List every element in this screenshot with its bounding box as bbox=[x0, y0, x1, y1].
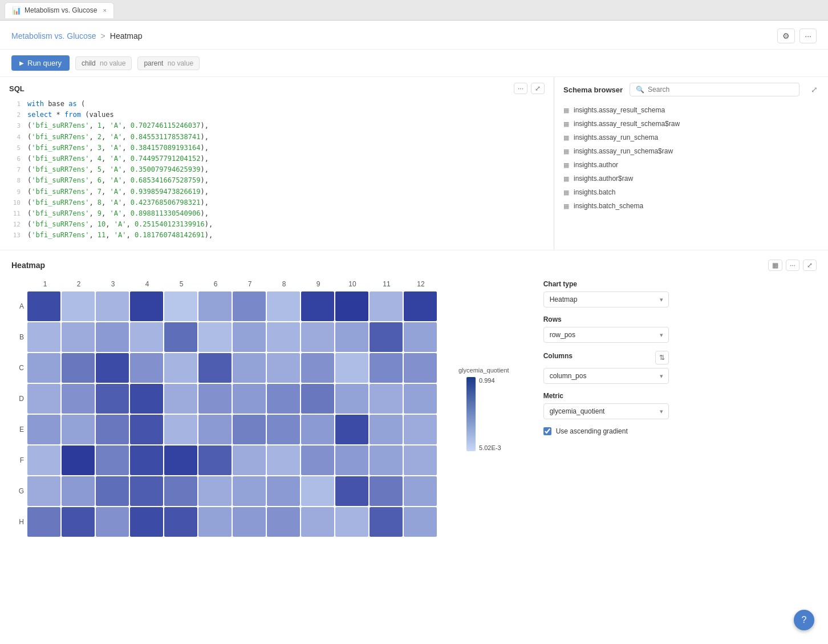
heatmap-cell[interactable] bbox=[267, 445, 300, 475]
metric-select[interactable]: glycemia_quotient bbox=[543, 403, 669, 419]
heatmap-cell[interactable] bbox=[267, 322, 300, 352]
heatmap-cell[interactable] bbox=[267, 291, 300, 321]
schema-item[interactable]: ▦ insights.assay_run_schema$raw bbox=[554, 144, 828, 158]
heatmap-cell[interactable] bbox=[335, 291, 368, 321]
heatmap-cell[interactable] bbox=[267, 415, 300, 444]
schema-search-box[interactable]: 🔍 bbox=[630, 83, 799, 96]
heatmap-cell[interactable] bbox=[62, 445, 95, 475]
heatmap-cell[interactable] bbox=[335, 476, 368, 506]
heatmap-cell[interactable] bbox=[370, 507, 403, 537]
heatmap-cell[interactable] bbox=[370, 384, 403, 414]
heatmap-cell[interactable] bbox=[267, 384, 300, 414]
heatmap-cell[interactable] bbox=[198, 291, 232, 321]
sql-editor[interactable]: 1 with base as ( 2 select * from (values… bbox=[0, 99, 554, 250]
heatmap-cell[interactable] bbox=[27, 476, 60, 506]
chart-type-select-wrapper[interactable]: Heatmap bbox=[543, 291, 669, 307]
columns-select[interactable]: column_pos bbox=[543, 368, 669, 384]
heatmap-cell[interactable] bbox=[233, 353, 266, 383]
heatmap-cell[interactable] bbox=[233, 445, 266, 475]
heatmap-cell[interactable] bbox=[370, 445, 403, 475]
heatmap-cell[interactable] bbox=[130, 445, 163, 475]
heatmap-cell[interactable] bbox=[404, 415, 437, 444]
heatmap-cell[interactable] bbox=[301, 507, 334, 537]
heatmap-cell[interactable] bbox=[198, 415, 232, 444]
heatmap-cell[interactable] bbox=[164, 384, 197, 414]
heatmap-cell[interactable] bbox=[404, 476, 437, 506]
sql-expand-button[interactable]: ⤢ bbox=[531, 83, 545, 94]
heatmap-cell[interactable] bbox=[130, 291, 163, 321]
schema-item[interactable]: ▦ insights.assay_result_schema bbox=[554, 103, 828, 117]
heatmap-cell[interactable] bbox=[198, 353, 232, 383]
heatmap-cell[interactable] bbox=[96, 353, 129, 383]
heatmap-cell[interactable] bbox=[301, 353, 334, 383]
schema-expand-button[interactable]: ⤢ bbox=[810, 84, 819, 95]
heatmap-cell[interactable] bbox=[301, 445, 334, 475]
heatmap-cell[interactable] bbox=[233, 384, 266, 414]
run-query-button[interactable]: ▶ Run query bbox=[11, 55, 70, 71]
heatmap-cell[interactable] bbox=[233, 322, 266, 352]
heatmap-cell[interactable] bbox=[164, 507, 197, 537]
heatmap-cell[interactable] bbox=[27, 322, 60, 352]
heatmap-cell[interactable] bbox=[404, 322, 437, 352]
heatmap-cell[interactable] bbox=[62, 476, 95, 506]
heatmap-grid-button[interactable]: ▦ bbox=[768, 260, 782, 271]
heatmap-cell[interactable] bbox=[62, 415, 95, 444]
heatmap-cell[interactable] bbox=[130, 384, 163, 414]
heatmap-expand-button[interactable]: ⤢ bbox=[803, 260, 817, 271]
heatmap-cell[interactable] bbox=[62, 507, 95, 537]
heatmap-cell[interactable] bbox=[27, 353, 60, 383]
heatmap-cell[interactable] bbox=[96, 507, 129, 537]
heatmap-cell[interactable] bbox=[96, 476, 129, 506]
heatmap-cell[interactable] bbox=[335, 353, 368, 383]
heatmap-cell[interactable] bbox=[96, 322, 129, 352]
heatmap-cell[interactable] bbox=[198, 445, 232, 475]
metric-select-wrapper[interactable]: glycemia_quotient bbox=[543, 403, 669, 419]
heatmap-cell[interactable] bbox=[164, 353, 197, 383]
heatmap-cell[interactable] bbox=[233, 476, 266, 506]
rows-select-wrapper[interactable]: row_pos bbox=[543, 327, 669, 343]
schema-item[interactable]: ▦ insights.batch bbox=[554, 185, 828, 199]
swap-button[interactable]: ⇅ bbox=[655, 351, 669, 364]
ascending-gradient-label[interactable]: Use ascending gradient bbox=[556, 427, 628, 435]
heatmap-cell[interactable] bbox=[164, 445, 197, 475]
help-button[interactable]: ? bbox=[794, 610, 814, 630]
schema-search-input[interactable] bbox=[648, 86, 793, 94]
heatmap-cell[interactable] bbox=[233, 415, 266, 444]
heatmap-cell[interactable] bbox=[267, 353, 300, 383]
more-options-button[interactable]: ··· bbox=[799, 29, 817, 43]
heatmap-cell[interactable] bbox=[301, 384, 334, 414]
heatmap-cell[interactable] bbox=[27, 384, 60, 414]
heatmap-cell[interactable] bbox=[164, 322, 197, 352]
chart-type-select[interactable]: Heatmap bbox=[543, 291, 669, 307]
heatmap-cell[interactable] bbox=[301, 291, 334, 321]
heatmap-cell[interactable] bbox=[198, 507, 232, 537]
heatmap-cell[interactable] bbox=[370, 415, 403, 444]
columns-select-wrapper[interactable]: column_pos bbox=[543, 368, 669, 384]
rows-select[interactable]: row_pos bbox=[543, 327, 669, 343]
sql-more-button[interactable]: ··· bbox=[514, 83, 527, 94]
heatmap-cell[interactable] bbox=[198, 384, 232, 414]
schema-item[interactable]: ▦ insights.author bbox=[554, 158, 828, 172]
heatmap-cell[interactable] bbox=[233, 507, 266, 537]
heatmap-cell[interactable] bbox=[62, 384, 95, 414]
heatmap-cell[interactable] bbox=[404, 353, 437, 383]
heatmap-cell[interactable] bbox=[164, 476, 197, 506]
heatmap-more-button[interactable]: ··· bbox=[786, 260, 799, 271]
heatmap-cell[interactable] bbox=[27, 415, 60, 444]
heatmap-cell[interactable] bbox=[62, 353, 95, 383]
heatmap-cell[interactable] bbox=[27, 291, 60, 321]
heatmap-cell[interactable] bbox=[130, 322, 163, 352]
schema-item[interactable]: ▦ insights.batch_schema bbox=[554, 199, 828, 213]
settings-button[interactable]: ⚙ bbox=[777, 29, 795, 43]
heatmap-cell[interactable] bbox=[404, 384, 437, 414]
heatmap-cell[interactable] bbox=[301, 415, 334, 444]
heatmap-cell[interactable] bbox=[96, 415, 129, 444]
heatmap-cell[interactable] bbox=[130, 507, 163, 537]
heatmap-cell[interactable] bbox=[370, 322, 403, 352]
heatmap-cell[interactable] bbox=[96, 291, 129, 321]
heatmap-cell[interactable] bbox=[130, 476, 163, 506]
heatmap-cell[interactable] bbox=[370, 353, 403, 383]
heatmap-cell[interactable] bbox=[335, 445, 368, 475]
heatmap-cell[interactable] bbox=[335, 415, 368, 444]
schema-item[interactable]: ▦ insights.assay_result_schema$raw bbox=[554, 117, 828, 131]
